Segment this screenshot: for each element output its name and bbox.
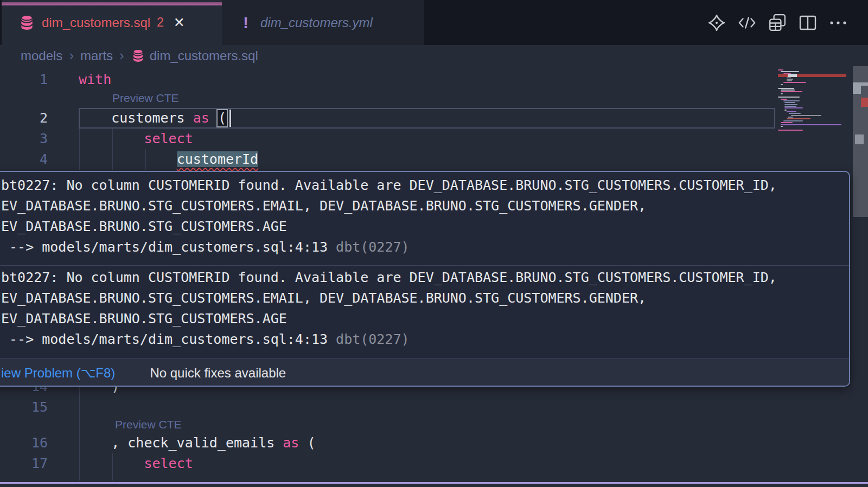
active-tab-accent [2,2,222,5]
line-number: 2 [0,108,48,129]
breadcrumb: models › marts › dim_customers.sql [0,45,868,66]
more-actions-icon[interactable] [829,14,847,32]
text-cursor [229,110,231,127]
minimap-line [781,84,783,85]
modified-count-badge: 2 [157,15,164,30]
minimap-line [787,111,796,112]
minimap-line [781,124,841,125]
minimap-line [783,120,803,121]
dbt-logo-icon[interactable] [707,14,726,32]
database-icon [132,49,144,62]
minimap-line [781,122,793,123]
overview-ruler-mark [861,98,868,107]
minimap-line [787,79,793,80]
minimap-line [778,88,794,89]
tab-dim-customers-yml[interactable]: ! dim_customers.yml [222,0,424,45]
minimap-error-line [778,74,846,77]
code-line[interactable]: customers as ( [79,108,227,129]
overview-ruler-mark [853,86,861,94]
editor-toolbar [707,12,847,34]
minimap-line [784,107,803,108]
minimap-line [787,118,810,119]
codelens-preview-cte[interactable]: Preview CTE [115,416,182,433]
minimap-line [778,97,800,98]
error-message: bt0227: No column CUSTOMERID found. Avai… [0,265,849,356]
error-source: dbt(0227) [336,331,409,347]
code-line[interactable]: select [79,129,193,149]
editor-window: dim_customers.sql 2 ✕ ! dim_customers.ym… [0,0,868,487]
bracket-match: ( [216,109,228,127]
error-message-line: EV_DATABASE.BRUNO.STG_CUSTOMERS.AGE [1,216,849,237]
line-number: 15 [0,397,48,418]
breadcrumb-file[interactable]: dim_customers.sql [150,48,258,63]
chevron-right-icon: › [119,47,124,64]
error-location[interactable]: --> models/marts/dim_customers.sql:4:13 … [1,329,849,350]
copy-table-icon[interactable] [768,14,787,32]
no-quick-fixes-label: No quick fixes available [150,366,286,381]
error-word[interactable]: customerId [177,151,259,167]
breadcrumb-item-marts[interactable]: marts [80,48,113,63]
codelens-preview-cte[interactable]: Preview CTE [112,89,179,107]
panel-divider [0,482,868,484]
minimap-line [784,104,797,105]
error-location[interactable]: --> models/marts/dim_customers.sql:4:13 … [1,237,849,258]
warning-icon: ! [243,14,248,32]
minimap-line [778,130,803,131]
minimap-line [778,69,783,71]
minimap-line [787,80,792,81]
minimap-line [784,106,796,107]
line-number: 4 [0,149,48,170]
error-message-line: EV_DATABASE.BRUNO.STG_CUSTOMERS.EMAIL, D… [1,196,849,216]
scrollbar[interactable] [853,66,868,487]
error-message-line: EV_DATABASE.BRUNO.STG_CUSTOMERS.AGE [1,309,849,329]
error-message-line: bt0227: No column CUSTOMERID found. Avai… [1,267,849,288]
line-number: 17 [0,453,48,474]
database-icon [20,15,34,30]
minimap-line [783,82,806,83]
minimap-line [781,89,795,91]
code-line[interactable]: select [79,453,193,474]
split-editor-icon[interactable] [799,14,817,32]
overview-ruler-mark [855,134,864,144]
close-icon[interactable]: ✕ [174,15,185,30]
error-hover-popup: bt0227: No column CUSTOMERID found. Avai… [0,171,850,387]
minimap-line [784,102,795,103]
view-problem-link[interactable]: iew Problem (⌥F8) [1,366,115,381]
minimap-line [789,113,801,114]
tab-label: dim_customers.sql [42,15,150,30]
minimap-line [781,93,783,94]
error-message-line: EV_DATABASE.BRUNO.STG_CUSTOMERS.EMAIL, D… [1,288,849,309]
minimap-line [781,126,783,127]
minimap-line [781,71,799,72]
tab-bar: dim_customers.sql 2 ✕ ! dim_customers.ym… [0,0,868,45]
chevron-right-icon: › [69,47,74,64]
minimap-line [784,110,787,111]
minimap-line [781,99,787,100]
tab-dim-customers-sql[interactable]: dim_customers.sql 2 ✕ [2,0,222,45]
code-line[interactable]: with [79,69,111,90]
tab-label: dim_customers.yml [260,15,373,30]
code-line[interactable]: , check_valid_emails as ( [79,433,316,453]
error-message: bt0227: No column CUSTOMERID found. Avai… [0,174,849,264]
line-number: 16 [0,433,48,453]
breadcrumb-item-models[interactable]: models [21,48,62,63]
minimap-line [783,100,800,101]
minimap-line [788,117,793,118]
line-number: 3 [0,129,48,149]
line-number: 1 [0,69,48,90]
code-line[interactable]: customerId [79,149,258,170]
minimap-line [791,115,821,116]
error-source: dbt(0227) [336,239,409,255]
minimap-line [781,91,802,92]
popup-status-bar: iew Problem (⌥F8) No quick fixes availab… [0,358,849,387]
code-icon[interactable] [738,14,756,32]
error-message-line: bt0227: No column CUSTOMERID found. Avai… [1,175,849,196]
